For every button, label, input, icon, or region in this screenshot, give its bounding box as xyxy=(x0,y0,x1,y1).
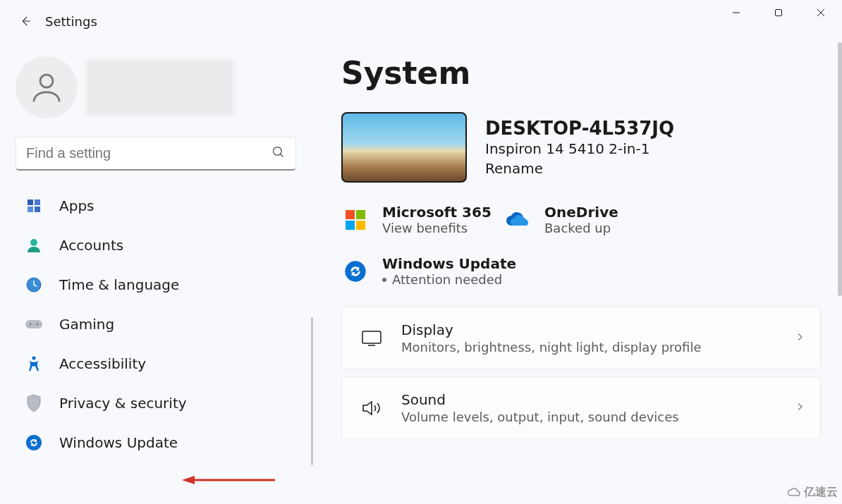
tile-title: Windows Update xyxy=(382,255,516,272)
svg-rect-22 xyxy=(356,210,365,219)
sidebar-scrollbar[interactable] xyxy=(311,317,313,465)
back-arrow-icon xyxy=(19,15,32,27)
svg-point-4 xyxy=(40,75,53,87)
svg-point-17 xyxy=(32,357,36,360)
gaming-icon xyxy=(24,314,44,334)
svg-rect-8 xyxy=(35,199,40,205)
svg-rect-14 xyxy=(25,320,42,328)
main-panel: System DESKTOP-4L537JQ Inspiron 14 5410 … xyxy=(316,42,842,504)
tile-sub: Backed up xyxy=(544,221,618,235)
sidebar-nav: Apps Accounts Time & language Gaming xyxy=(16,186,300,462)
tile-onedrive[interactable]: OneDrive Backed up xyxy=(504,204,666,235)
sidebar-item-label: Windows Update xyxy=(59,434,178,451)
page-title: System xyxy=(341,55,821,91)
sidebar-item-accounts[interactable]: Accounts xyxy=(16,226,300,265)
svg-point-25 xyxy=(345,261,365,281)
tile-sub: Attention needed xyxy=(382,272,516,287)
card-title: Display xyxy=(401,321,702,338)
tile-title: OneDrive xyxy=(544,204,618,221)
main-scrollbar[interactable] xyxy=(838,42,842,296)
device-model: Inspiron 14 5410 2-in-1 xyxy=(485,140,674,157)
status-dot-icon xyxy=(382,278,386,282)
avatar xyxy=(16,56,78,118)
microsoft-logo-icon xyxy=(341,206,370,234)
svg-rect-9 xyxy=(28,207,33,212)
device-name: DESKTOP-4L537JQ xyxy=(485,118,674,139)
accounts-icon xyxy=(24,235,44,255)
window-controls xyxy=(715,0,842,25)
svg-point-18 xyxy=(26,435,42,450)
titlebar: Settings xyxy=(0,0,842,42)
chevron-right-icon xyxy=(795,331,805,345)
device-block: DESKTOP-4L537JQ Inspiron 14 5410 2-in-1 … xyxy=(341,112,821,183)
svg-point-16 xyxy=(37,324,38,325)
sidebar-item-label: Apps xyxy=(59,197,94,214)
svg-point-5 xyxy=(274,147,282,155)
svg-marker-20 xyxy=(182,476,195,484)
svg-line-6 xyxy=(281,154,283,156)
sidebar-item-label: Accounts xyxy=(59,237,123,254)
watermark: 亿速云 xyxy=(787,485,838,500)
sidebar-item-label: Gaming xyxy=(59,316,114,333)
svg-rect-1 xyxy=(776,10,782,16)
back-button[interactable] xyxy=(16,11,35,31)
card-sound[interactable]: Sound Volume levels, output, input, soun… xyxy=(341,376,821,439)
search-input[interactable] xyxy=(26,145,271,161)
apps-icon xyxy=(24,196,44,216)
search-box[interactable] xyxy=(16,137,296,171)
windows-update-icon xyxy=(341,257,370,285)
svg-rect-23 xyxy=(346,221,355,230)
svg-point-15 xyxy=(30,324,31,325)
card-title: Sound xyxy=(401,391,679,408)
close-button[interactable] xyxy=(800,0,842,25)
sidebar-item-accessibility[interactable]: Accessibility xyxy=(16,344,300,383)
sidebar-item-label: Time & language xyxy=(59,276,179,293)
sidebar-item-label: Accessibility xyxy=(59,355,146,372)
rename-link[interactable]: Rename xyxy=(485,160,674,177)
search-icon xyxy=(271,145,286,162)
sidebar-item-time-language[interactable]: Time & language xyxy=(16,265,300,305)
minimize-button[interactable] xyxy=(715,0,757,25)
maximize-button[interactable] xyxy=(757,0,800,25)
annotation-arrow xyxy=(182,474,275,486)
device-thumbnail[interactable] xyxy=(341,112,467,183)
sidebar-item-windows-update[interactable]: Windows Update xyxy=(16,423,300,462)
tile-microsoft-365[interactable]: Microsoft 365 View benefits xyxy=(341,204,504,235)
svg-rect-26 xyxy=(362,331,381,343)
tile-title: Microsoft 365 xyxy=(382,204,492,221)
sidebar: Apps Accounts Time & language Gaming xyxy=(0,42,316,504)
svg-rect-21 xyxy=(346,210,355,219)
card-sub: Volume levels, output, input, sound devi… xyxy=(401,410,679,424)
sidebar-item-gaming[interactable]: Gaming xyxy=(16,305,300,344)
card-display[interactable]: Display Monitors, brightness, night ligh… xyxy=(341,307,821,369)
svg-rect-24 xyxy=(356,221,365,230)
sidebar-item-label: Privacy & security xyxy=(59,395,187,412)
windows-update-icon xyxy=(24,433,44,453)
accessibility-icon xyxy=(24,354,44,374)
display-icon xyxy=(358,330,386,347)
svg-rect-10 xyxy=(35,207,40,212)
card-sub: Monitors, brightness, night light, displ… xyxy=(401,340,702,355)
quick-tiles: Microsoft 365 View benefits OneDrive Bac… xyxy=(341,204,821,287)
sidebar-item-apps[interactable]: Apps xyxy=(16,186,300,226)
svg-rect-7 xyxy=(28,199,33,205)
time-language-icon xyxy=(24,275,44,295)
sidebar-item-privacy-security[interactable]: Privacy & security xyxy=(16,383,300,423)
sound-icon xyxy=(358,399,386,417)
shield-icon xyxy=(24,393,44,413)
chevron-right-icon xyxy=(795,401,805,414)
tile-sub: View benefits xyxy=(382,221,492,235)
tile-windows-update[interactable]: Windows Update Attention needed xyxy=(341,255,821,287)
window-title: Settings xyxy=(45,14,97,29)
profile-name-blurred xyxy=(86,59,234,116)
svg-point-11 xyxy=(30,239,37,246)
profile-block[interactable] xyxy=(16,56,300,118)
onedrive-icon xyxy=(504,206,532,234)
